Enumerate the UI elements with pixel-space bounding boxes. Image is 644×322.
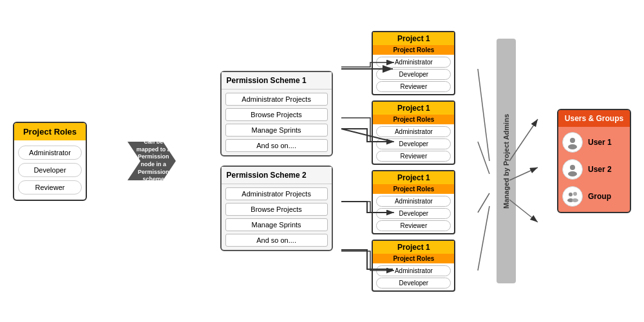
project-roles-title: Project Roles: [14, 123, 86, 140]
project-2-roles-header: Project Roles: [373, 115, 454, 124]
project-box-4: Project 1 Project Roles Administrator De…: [372, 240, 455, 292]
chevron-label: Can be mapped to a Permission node in a …: [134, 138, 173, 184]
perm-scheme-2-item-0: Administrator Projects: [225, 187, 328, 200]
managed-by-bar: Managed by Project Admins: [497, 39, 516, 283]
project-roles-box: Project Roles Administrator Developer Re…: [13, 122, 87, 201]
permission-scheme-1: Permission Scheme 1 Administrator Projec…: [220, 71, 333, 156]
perm-scheme-1-item-0: Administrator Projects: [225, 93, 328, 106]
p3-role-0: Administrator: [376, 196, 451, 207]
role-reviewer: Reviewer: [18, 180, 82, 194]
project-3-title: Project 1: [373, 171, 454, 184]
svg-point-4: [568, 171, 577, 176]
perm-scheme-1-title: Permission Scheme 1: [222, 72, 332, 90]
user-label-0: User 1: [588, 138, 612, 147]
projects-column: Project 1 Project Roles Administrator De…: [372, 31, 455, 292]
p3-role-1: Developer: [376, 208, 451, 219]
users-groups-body: User 1 User 2: [558, 127, 630, 212]
project-4-roles-body: Administrator Developer: [373, 263, 454, 290]
project-4-title: Project 1: [373, 241, 454, 254]
user-item-1: User 2: [562, 159, 626, 180]
project-3-roles-header: Project Roles: [373, 184, 454, 194]
p1-role-0: Administrator: [376, 57, 451, 68]
group-label: Group: [588, 192, 611, 201]
project-3-roles-body: Administrator Developer Reviewer: [373, 194, 454, 233]
svg-point-3: [570, 165, 575, 170]
group-avatar: [562, 186, 583, 207]
project-roles-body: Administrator Developer Reviewer: [14, 140, 86, 200]
managed-by-label: Managed by Project Admins: [502, 114, 510, 209]
perm-scheme-1-item-1: Browse Projects: [225, 108, 328, 121]
permission-schemes-column: Permission Scheme 1 Administrator Projec…: [220, 71, 333, 251]
user-item-2: Group: [562, 186, 626, 207]
project-1-roles-header: Project Roles: [373, 45, 454, 55]
project-1-title: Project 1: [373, 32, 454, 45]
svg-point-5: [569, 193, 573, 196]
project-box-3: Project 1 Project Roles Administrator De…: [372, 170, 455, 234]
perm-scheme-1-body: Administrator Projects Browse Projects M…: [222, 90, 332, 155]
managed-by-column: Managed by Project Admins: [495, 39, 518, 283]
project-box-2: Project 1 Project Roles Administrator De…: [372, 100, 455, 165]
svg-point-7: [573, 192, 577, 196]
users-groups-title: Users & Groups: [558, 110, 630, 127]
p2-role-2: Reviewer: [376, 151, 451, 162]
svg-point-1: [570, 138, 575, 143]
perm-scheme-2-title: Permission Scheme 2: [222, 167, 332, 184]
role-administrator: Administrator: [18, 146, 82, 160]
perm-scheme-2-item-1: Browse Projects: [225, 203, 328, 216]
p1-role-1: Developer: [376, 69, 451, 80]
p2-role-1: Developer: [376, 138, 451, 149]
svg-point-8: [572, 198, 578, 202]
perm-scheme-1-item-3: And so on....: [225, 139, 328, 152]
user-avatar-0: [562, 132, 583, 153]
perm-scheme-2-item-2: Manage Sprints: [225, 218, 328, 231]
perm-scheme-2-body: Administrator Projects Browse Projects M…: [222, 184, 332, 250]
project-2-roles-body: Administrator Developer Reviewer: [373, 124, 454, 164]
p3-role-2: Reviewer: [376, 220, 451, 231]
p4-role-0: Administrator: [376, 265, 451, 276]
perm-scheme-2-item-3: And so on....: [225, 234, 328, 247]
project-4-roles-header: Project Roles: [373, 254, 454, 263]
user-item-0: User 1: [562, 132, 626, 153]
p4-role-1: Developer: [376, 278, 451, 289]
role-developer: Developer: [18, 163, 82, 177]
p2-role-0: Administrator: [376, 126, 451, 137]
diagram-container: Project Roles Administrator Developer Re…: [0, 0, 644, 322]
perm-scheme-1-item-2: Manage Sprints: [225, 124, 328, 137]
p1-role-2: Reviewer: [376, 81, 451, 92]
svg-point-2: [568, 144, 577, 149]
project-2-title: Project 1: [373, 102, 454, 115]
permission-scheme-2: Permission Scheme 2 Administrator Projec…: [220, 166, 333, 251]
users-groups-box: Users & Groups User 1 User: [557, 109, 631, 213]
user-avatar-1: [562, 159, 583, 180]
project-1-roles-body: Administrator Developer Reviewer: [373, 55, 454, 94]
project-box-1: Project 1 Project Roles Administrator De…: [372, 31, 455, 95]
user-label-1: User 2: [588, 165, 612, 174]
